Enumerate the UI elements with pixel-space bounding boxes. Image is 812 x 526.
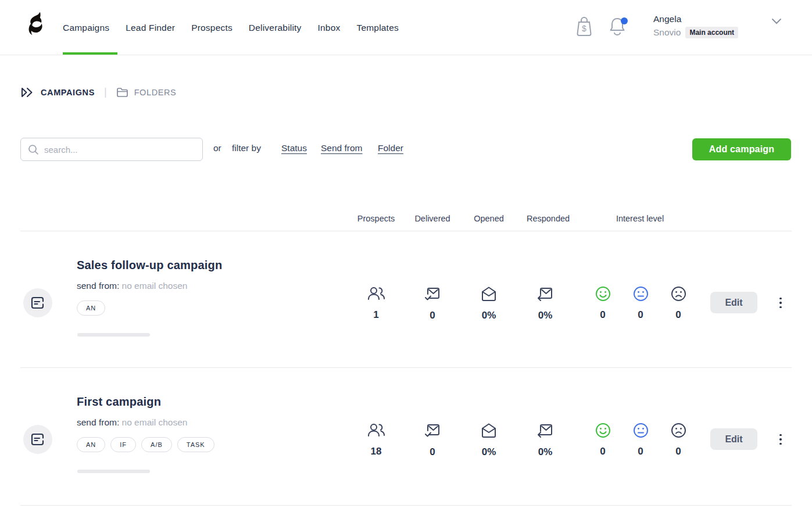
breadcrumb-folders-link[interactable]: FOLDERS (116, 87, 177, 98)
col-header-delivered: Delivered (414, 214, 450, 223)
billing-bag-icon[interactable]: $ (574, 15, 594, 38)
badge-an: AN (77, 300, 105, 316)
interest-negative-value: 0 (658, 446, 699, 457)
interest-neutral-icon (633, 423, 649, 438)
campaign-avatar-icon (30, 296, 45, 310)
stat-interest-neutral: 0 (620, 423, 661, 457)
edit-button[interactable]: Edit (710, 428, 757, 450)
main-account-badge: Main account (685, 27, 738, 38)
stat-interest-negative: 0 (658, 286, 699, 321)
badge-task: TASK (177, 437, 214, 452)
breadcrumb: CAMPAIGNS | FOLDERS (21, 86, 176, 98)
col-header-responded: Responded (527, 214, 570, 223)
stat-prospects: 18 (356, 423, 396, 457)
campaign-avatar[interactable] (23, 288, 52, 317)
user-name: Angela (653, 14, 738, 24)
notifications-bell-icon[interactable] (607, 15, 630, 40)
filter-folder-link[interactable]: Folder (378, 143, 403, 153)
opened-value: 0% (468, 310, 509, 321)
interest-negative-value: 0 (658, 309, 699, 321)
interest-positive-icon (595, 423, 611, 438)
stat-interest-positive: 0 (582, 286, 623, 321)
stat-interest-positive: 0 (582, 423, 623, 457)
campaign-title[interactable]: Sales follow-up campaign (77, 259, 222, 272)
delivered-icon (424, 286, 441, 302)
nav-deliverability[interactable]: Deliverability (249, 23, 302, 33)
stat-opened: 0% (468, 423, 509, 458)
kebab-menu-icon[interactable] (776, 430, 785, 449)
nav-prospects[interactable]: Prospects (191, 23, 232, 33)
folder-icon (116, 87, 128, 98)
search-icon (28, 144, 39, 155)
delivered-icon (424, 423, 441, 439)
breadcrumb-campaigns[interactable]: CAMPAIGNS (41, 88, 95, 97)
send-from-label: send from: (77, 417, 119, 427)
delivered-value: 0 (412, 446, 453, 458)
filter-by-label: filter by (232, 143, 261, 153)
campaign-avatar[interactable] (23, 425, 52, 454)
responded-value: 0% (525, 446, 566, 458)
campaign-badges: AN (77, 300, 105, 316)
active-tab-underline (63, 52, 117, 55)
stat-interest-negative: 0 (658, 423, 699, 457)
responded-value: 0% (525, 310, 566, 321)
stat-responded: 0% (525, 423, 566, 458)
interest-positive-value: 0 (582, 446, 623, 457)
nav-templates[interactable]: Templates (356, 23, 398, 33)
nav-lead-finder[interactable]: Lead Finder (126, 23, 175, 33)
badge-if: IF (110, 437, 136, 452)
account-menu[interactable]: Angela Snovio Main account (653, 14, 738, 38)
account-name: Snovio (653, 27, 681, 38)
stat-opened: 0% (468, 286, 509, 321)
responded-icon (537, 423, 554, 439)
prospects-icon (367, 286, 385, 302)
opened-icon (481, 286, 497, 302)
nav-inbox[interactable]: Inbox (318, 23, 341, 33)
opened-icon (481, 423, 497, 439)
nav-campaigns[interactable]: Campaigns (63, 23, 109, 33)
campaign-title[interactable]: First campaign (77, 395, 161, 409)
interest-positive-icon (595, 286, 611, 302)
breadcrumb-folders-label: FOLDERS (134, 88, 177, 97)
prospects-value: 1 (356, 309, 396, 321)
col-header-opened: Opened (474, 214, 504, 223)
or-label: or (213, 143, 221, 153)
campaigns-page: Campaigns Lead Finder Prospects Delivera… (0, 0, 812, 526)
snovio-logo-icon[interactable] (22, 10, 48, 44)
stat-delivered: 0 (412, 286, 453, 321)
badge-an: AN (77, 437, 105, 452)
notification-dot (621, 17, 628, 24)
stat-interest-neutral: 0 (620, 286, 661, 321)
stat-delivered: 0 (412, 423, 453, 458)
svg-text:$: $ (582, 24, 586, 33)
add-campaign-button[interactable]: Add campaign (692, 138, 791, 160)
kebab-menu-icon[interactable] (776, 293, 785, 313)
send-from-value: no email chosen (122, 417, 188, 427)
col-header-interest-level: Interest level (616, 214, 664, 223)
send-from-line: send from: no email chosen (77, 417, 187, 428)
interest-neutral-value: 0 (620, 309, 661, 321)
badge-ab: A/B (141, 437, 172, 452)
campaign-progress-bar (77, 470, 150, 473)
stat-responded: 0% (525, 286, 566, 321)
delivered-value: 0 (412, 310, 453, 321)
breadcrumb-separator: | (104, 86, 107, 98)
table-header-row: Prospects Delivered Opened Responded Int… (0, 214, 812, 231)
divider (20, 505, 792, 506)
filter-status-link[interactable]: Status (281, 143, 307, 153)
campaign-row: Sales follow-up campaign send from: no e… (0, 231, 812, 367)
stat-prospects: 1 (356, 286, 396, 321)
edit-button[interactable]: Edit (710, 292, 757, 313)
opened-value: 0% (468, 446, 509, 458)
campaign-progress-bar (77, 333, 150, 337)
main-nav: Campaigns Lead Finder Prospects Delivera… (63, 0, 399, 55)
send-from-value: no email chosen (122, 281, 188, 291)
prospects-value: 18 (356, 446, 396, 457)
col-header-prospects: Prospects (357, 214, 395, 223)
filter-send-from-link[interactable]: Send from (321, 143, 363, 153)
search-input[interactable] (44, 145, 195, 155)
interest-neutral-icon (633, 286, 649, 302)
send-from-line: send from: no email chosen (77, 281, 187, 291)
chevron-down-icon[interactable] (771, 17, 782, 26)
breadcrumb-chevrons-icon (21, 87, 34, 98)
